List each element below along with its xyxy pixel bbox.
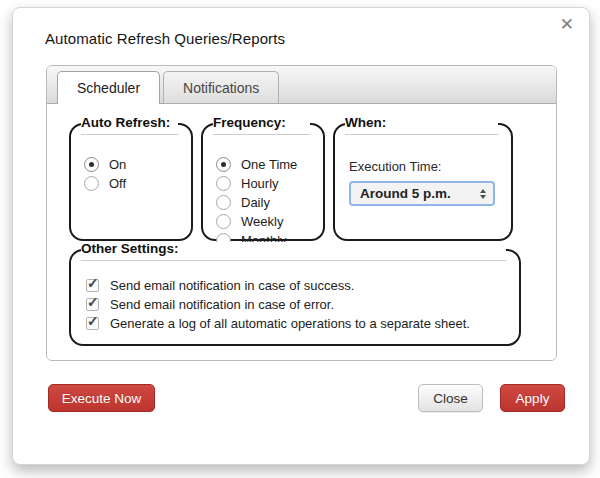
checkbox-email-error[interactable]: Send email notification in case of error… [86,297,519,312]
radio-icon[interactable] [216,176,231,191]
close-icon[interactable]: ✕ [560,16,574,33]
auto-refresh-group: Auto Refresh: On Off [69,123,193,241]
tab-notifications[interactable]: Notifications [163,71,279,103]
execute-now-button[interactable]: Execute Now [48,384,155,412]
screen: ✕ Automatic Refresh Queries/Reports Sche… [0,0,600,478]
execution-time-label: Execution Time: [349,159,497,174]
radio-icon[interactable] [216,195,231,210]
radio-icon[interactable] [216,157,231,172]
execution-time-select[interactable]: Around 5 p.m. [349,181,495,206]
checkbox-generate-log[interactable]: Generate a log of all automatic operatio… [86,316,519,331]
close-button[interactable]: Close [418,384,483,412]
tab-bar: Scheduler Notifications [47,66,556,104]
scheduler-panel: Auto Refresh: On Off [47,104,556,361]
tab-scheduler[interactable]: Scheduler [57,71,160,104]
checkbox-icon[interactable] [86,317,99,330]
auto-refresh-legend: Auto Refresh: [81,116,178,135]
execution-time-value: Around 5 p.m. [360,186,451,201]
dialog-footer: Execute Now Close Apply [13,384,589,413]
radio-auto-refresh-off[interactable]: Off [84,176,191,191]
select-stepper-icon [480,189,486,199]
when-group: When: Execution Time: Around 5 p.m. [333,123,513,241]
radio-frequency-one-time[interactable]: One Time [216,157,323,172]
radio-icon[interactable] [216,214,231,229]
dialog-title: Automatic Refresh Queries/Reports [45,30,285,47]
radio-frequency-hourly[interactable]: Hourly [216,176,323,191]
radio-icon[interactable] [84,157,99,172]
checkbox-icon[interactable] [86,298,99,311]
radio-frequency-weekly[interactable]: Weekly [216,214,323,229]
other-settings-legend: Other Settings: [81,242,506,261]
frequency-group: Frequency: One Time Hourly [201,123,325,241]
checkbox-icon[interactable] [86,279,99,292]
tabs-widget: Scheduler Notifications Auto Refresh: On [46,65,557,361]
automatic-refresh-dialog: ✕ Automatic Refresh Queries/Reports Sche… [12,7,590,465]
apply-button[interactable]: Apply [500,384,565,412]
checkbox-email-success[interactable]: Send email notification in case of succe… [86,278,519,293]
radio-icon[interactable] [84,176,99,191]
when-legend: When: [345,116,498,135]
frequency-legend: Frequency: [213,116,310,135]
other-settings-group: Other Settings: Send email notification … [69,249,521,346]
radio-frequency-daily[interactable]: Daily [216,195,323,210]
radio-auto-refresh-on[interactable]: On [84,157,191,172]
